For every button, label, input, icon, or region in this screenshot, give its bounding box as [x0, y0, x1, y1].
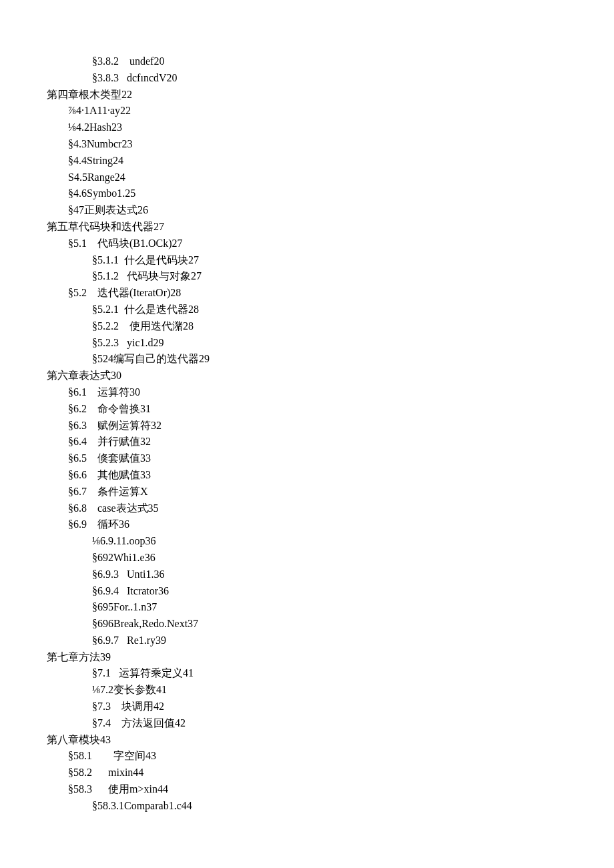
toc-line: §692Whi1.e36 [47, 550, 567, 566]
toc-line: §7.4 方法返回值42 [47, 715, 567, 732]
toc-line: §4.3Numbcr23 [47, 136, 567, 153]
toc-line: ⅛6.9.11.oop36 [47, 533, 567, 550]
toc-line: §5.1 代码块(B1.OCk)27 [47, 236, 567, 252]
toc-line: §58.3 使用m>xin44 [47, 781, 567, 798]
toc-line: §6.5 倏套赋值33 [47, 450, 567, 467]
toc-line: §6.3 赋例运算符32 [47, 418, 567, 434]
toc-line: §6.4 并行赋值32 [47, 434, 567, 450]
toc-line: ⅛4.2Hash23 [47, 119, 567, 136]
toc-line: §6.8 case表达式35 [47, 500, 567, 517]
toc-line: ⅛7.2变长参数41 [47, 682, 567, 699]
toc-line: S4.5Range24 [47, 169, 567, 186]
toc-line: §5.2 迭代器(IteratOr)28 [47, 285, 567, 302]
toc-line: §3.8.3 dcfıncdV20 [47, 70, 567, 87]
toc-line: §6.7 条件运算X [47, 484, 567, 500]
toc-line: §6.9.7 Re1.ry39 [47, 632, 567, 649]
toc-line: §58.3.1Comparab1.c44 [47, 798, 567, 815]
toc-line: 第八章模块43 [47, 732, 567, 749]
toc-line: 第四章根木类型22 [47, 87, 567, 103]
toc-line: §5.1.2 代码块与对象27 [47, 268, 567, 285]
toc-line: §6.9.4 Itcrator36 [47, 583, 567, 600]
toc-line: §58.1 字空间43 [47, 748, 567, 765]
table-of-contents: §3.8.2 undef20§3.8.3 dcfıncdV20第四章根木类型22… [47, 53, 567, 815]
toc-line: §524编写自己的迭代器29 [47, 351, 567, 368]
toc-line: §5.2.2 使用迭代潴28 [47, 318, 567, 335]
toc-line: §6.9 循环36 [47, 516, 567, 533]
toc-line: §58.2 mixin44 [47, 765, 567, 781]
toc-line: 第六章表达式30 [47, 368, 567, 384]
toc-line: §695For..1.n37 [47, 599, 567, 616]
toc-line: §7.3 块调用42 [47, 699, 567, 715]
toc-line: §5.2.3 yic1.d29 [47, 335, 567, 352]
toc-line: §4.6Symbo1.25 [47, 185, 567, 202]
toc-line: §5.1.1 什么是代码块27 [47, 252, 567, 269]
toc-line: §6.6 其他赋值33 [47, 467, 567, 484]
toc-line: 第七章方法39 [47, 649, 567, 666]
toc-line: §4.4String24 [47, 153, 567, 169]
toc-line: ⅞4·1A11·ay22 [47, 103, 567, 119]
toc-line: §6.9.3 Unti1.36 [47, 566, 567, 583]
toc-line: 第五草代码块和迭代器27 [47, 219, 567, 236]
toc-line: §7.1 运算符乘定义41 [47, 665, 567, 682]
toc-line: §6.2 命令曾换31 [47, 401, 567, 418]
toc-line: §5.2.1 什么是迭代器28 [47, 302, 567, 318]
toc-line: §3.8.2 undef20 [47, 53, 567, 70]
toc-line: §696Break,Redo.Next37 [47, 616, 567, 632]
toc-line: §47正则表达式26 [47, 202, 567, 219]
toc-line: §6.1 运算符30 [47, 384, 567, 401]
